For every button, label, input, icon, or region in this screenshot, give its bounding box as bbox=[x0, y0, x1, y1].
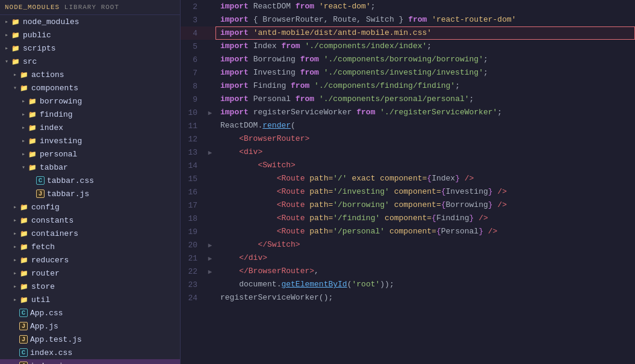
sidebar-item-actions[interactable]: ▸📁actions bbox=[0, 68, 180, 81]
fold-icon[interactable]: ▶ bbox=[208, 242, 212, 249]
fold-gutter bbox=[205, 291, 215, 304]
sidebar-item-constants[interactable]: ▸📁constants bbox=[0, 214, 180, 227]
sidebar-item-label: constants bbox=[31, 216, 73, 225]
sidebar-item-containers[interactable]: ▸📁containers bbox=[0, 227, 180, 240]
line-number: 7 bbox=[181, 66, 205, 79]
sidebar-item-borrowing[interactable]: ▸📁borrowing bbox=[0, 94, 180, 108]
line-content: import Finding from './components/findin… bbox=[215, 79, 635, 93]
folder-icon: 📁 bbox=[19, 242, 29, 251]
chevron-right-icon: ▸ bbox=[11, 282, 19, 291]
line-content: import Investing from './components/inve… bbox=[215, 66, 635, 79]
line-content: <Route path='/borrowing' component={Borr… bbox=[215, 199, 635, 212]
sidebar-item-tabbar-css[interactable]: Ctabbar.css bbox=[0, 174, 180, 187]
line-content: import registerServiceWorker from './reg… bbox=[215, 106, 635, 119]
code-line-13: 13▶ <div> bbox=[181, 146, 635, 159]
sidebar-item-config[interactable]: ▸📁config bbox=[0, 200, 180, 214]
fold-gutter: ▶ bbox=[205, 251, 215, 265]
sidebar-item-label: tabbar.js bbox=[47, 190, 89, 199]
line-content: </Switch> bbox=[215, 238, 635, 251]
code-line-5: 5import Index from './components/index/i… bbox=[181, 40, 635, 53]
folder-icon: 📁 bbox=[19, 202, 29, 212]
code-line-23: 23 document.getElementById('root')); bbox=[181, 278, 635, 291]
line-content: document.getElementById('root')); bbox=[215, 278, 635, 291]
code-line-12: 12 <BrowserRouter> bbox=[181, 132, 635, 146]
line-number: 12 bbox=[181, 132, 205, 146]
line-content: import 'antd-mobile/dist/antd-mobile.min… bbox=[215, 26, 635, 40]
sidebar-item-reducers[interactable]: ▸📁reducers bbox=[0, 253, 180, 267]
code-line-9: 9import Personal from './components/pers… bbox=[181, 93, 635, 106]
line-number: 2 bbox=[181, 0, 205, 13]
sidebar-item-label: personal bbox=[40, 150, 77, 159]
line-content: import { BrowserRouter, Route, Switch } … bbox=[215, 13, 635, 26]
folder-icon: 📁 bbox=[19, 255, 29, 265]
sidebar-item-index-comp[interactable]: ▸📁index bbox=[0, 121, 180, 134]
sidebar-item-label: index.js bbox=[30, 362, 67, 365]
chevron-right-icon: ▸ bbox=[2, 31, 11, 39]
sidebar-item-fetch[interactable]: ▸📁fetch bbox=[0, 240, 180, 253]
sidebar-item-personal[interactable]: ▸📁personal bbox=[0, 147, 180, 161]
fold-gutter bbox=[205, 79, 215, 93]
sidebar-header: node_modules library root bbox=[0, 0, 180, 15]
sidebar-item-components[interactable]: ▾📁components bbox=[0, 81, 180, 94]
fold-gutter: ▶ bbox=[205, 238, 215, 251]
sidebar-item-scripts[interactable]: ▸📁scripts bbox=[0, 42, 180, 55]
sidebar-item-app-test-js[interactable]: JApp.test.js bbox=[0, 333, 180, 346]
fold-icon[interactable]: ▶ bbox=[208, 255, 212, 262]
folder-icon: 📁 bbox=[28, 123, 37, 132]
line-number: 22 bbox=[181, 265, 205, 278]
fold-icon[interactable]: ▶ bbox=[208, 268, 212, 276]
line-number: 11 bbox=[181, 119, 205, 132]
code-line-8: 8import Finding from './components/findi… bbox=[181, 79, 635, 93]
folder-icon: 📁 bbox=[28, 149, 37, 159]
fold-icon[interactable]: ▶ bbox=[208, 110, 212, 117]
sidebar-item-label: node_modules bbox=[23, 17, 79, 26]
sidebar-item-label: actions bbox=[31, 70, 64, 79]
line-number: 8 bbox=[181, 79, 205, 93]
sidebar-item-router[interactable]: ▸📁router bbox=[0, 267, 180, 280]
sidebar-item-index-js[interactable]: Jindex.js bbox=[0, 359, 180, 364]
sidebar-item-public[interactable]: ▸📁public bbox=[0, 28, 180, 42]
code-line-10: 10▶import registerServiceWorker from './… bbox=[181, 106, 635, 119]
line-number: 19 bbox=[181, 225, 205, 238]
sidebar-item-label: public bbox=[23, 31, 51, 40]
sidebar-item-tabbar[interactable]: ▾📁tabbar bbox=[0, 161, 180, 174]
fold-gutter bbox=[205, 0, 215, 13]
line-content: import Personal from './components/perso… bbox=[215, 93, 635, 106]
line-number: 4 bbox=[181, 26, 205, 40]
fold-gutter bbox=[205, 66, 215, 79]
sidebar-item-index-css[interactable]: Cindex.css bbox=[0, 346, 180, 359]
fold-gutter: ▶ bbox=[205, 265, 215, 278]
editor: 2import ReactDOM from 'react-dom';3impor… bbox=[181, 0, 635, 364]
sidebar-item-label: tabbar.css bbox=[47, 176, 94, 185]
chevron-down-icon: ▾ bbox=[2, 57, 11, 66]
fold-gutter: ▶ bbox=[205, 146, 215, 159]
sidebar-item-tabbar-js[interactable]: Jtabbar.js bbox=[0, 187, 180, 200]
fold-gutter bbox=[205, 159, 215, 172]
line-content: ReactDOM.render( bbox=[215, 119, 635, 132]
sidebar-item-label: index.css bbox=[30, 348, 72, 357]
fold-gutter bbox=[205, 93, 215, 106]
sidebar-item-label: App.css bbox=[30, 309, 63, 318]
js-file-icon: J bbox=[36, 190, 45, 198]
sidebar-item-finding[interactable]: ▸📁finding bbox=[0, 108, 180, 121]
sidebar-item-app-css[interactable]: CApp.css bbox=[0, 306, 180, 319]
sidebar-item-src[interactable]: ▾📁src bbox=[0, 55, 180, 68]
folder-icon: 📁 bbox=[19, 268, 29, 278]
line-content: import Index from './components/index/in… bbox=[215, 40, 635, 53]
fold-gutter bbox=[205, 225, 215, 238]
folder-icon: 📁 bbox=[11, 30, 20, 40]
sidebar-item-util[interactable]: ▸📁util bbox=[0, 293, 180, 306]
fold-icon[interactable]: ▶ bbox=[208, 149, 212, 156]
line-content: import Borrowing from './components/borr… bbox=[215, 53, 635, 66]
sidebar-item-label: finding bbox=[40, 110, 73, 119]
chevron-right-icon: ▸ bbox=[11, 242, 19, 251]
sidebar-item-label: App.js bbox=[30, 322, 58, 331]
line-number: 3 bbox=[181, 13, 205, 26]
sidebar-item-app-js[interactable]: JApp.js bbox=[0, 319, 180, 333]
code-line-15: 15 <Route path='/' exact component={Inde… bbox=[181, 172, 635, 185]
folder-icon: 📁 bbox=[19, 215, 29, 225]
sidebar-item-store[interactable]: ▸📁store bbox=[0, 280, 180, 293]
sidebar-item-investing[interactable]: ▸📁investing bbox=[0, 134, 180, 147]
sidebar-item-node_modules[interactable]: ▸📁node_modules bbox=[0, 15, 180, 28]
folder-icon: 📁 bbox=[28, 162, 37, 172]
